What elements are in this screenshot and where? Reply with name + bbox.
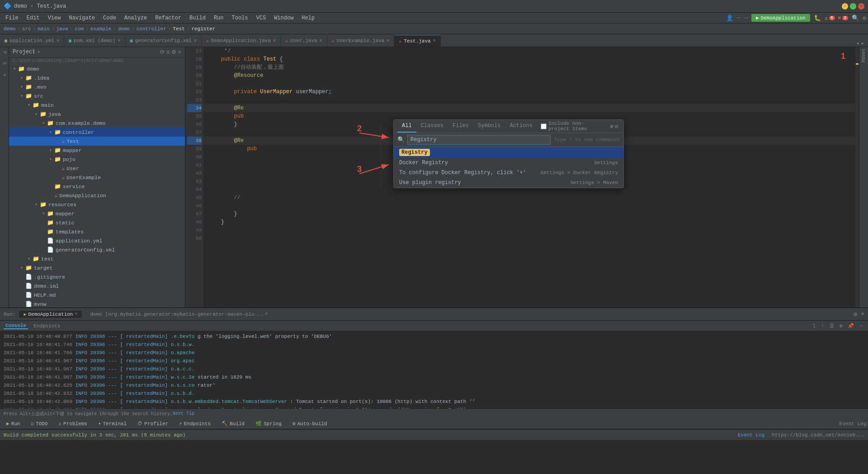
tree-item-demo[interactable]: ▾ 📁 demo [9,64,185,73]
tab-close[interactable]: × [320,38,322,43]
tree-item-generator-config[interactable]: 📄 generatorConfig.xml [9,245,185,254]
search-tab-classes[interactable]: Classes [416,120,448,133]
toolbar-icon-debug[interactable]: 🐛 [814,14,821,22]
nav-controller[interactable]: controller [137,26,166,32]
tool-btn-build[interactable]: 🔨 Build [217,420,249,427]
event-log-status[interactable]: Event Log [738,432,764,438]
close-button[interactable]: × [858,3,864,9]
menu-build[interactable]: Build [186,14,209,22]
maximize-button[interactable]: □ [850,3,856,9]
run-app-close[interactable]: × [75,312,77,317]
tree-item-resources[interactable]: ▾ 📁 resources [9,200,185,209]
toolbar-icon-settings[interactable]: ⚙ [863,14,866,22]
next-tip-link[interactable]: Next Tip [173,411,194,416]
console-btn-scroll-up[interactable]: ↑ [819,322,826,330]
tool-btn-spring[interactable]: 🌿 Spring [251,420,286,427]
nav-src[interactable]: src [22,26,31,32]
tree-item-test[interactable]: ☕ Test [9,137,185,146]
include-non-project-checkbox[interactable] [541,123,547,129]
menu-help[interactable]: Help [298,14,318,22]
tree-item-application-yml[interactable]: 📄 application.yml [9,236,185,245]
strip-icon-project[interactable]: P [1,49,8,56]
console-btn-scroll-end[interactable]: ⤵ [811,322,817,330]
tab-user-example[interactable]: ☕ UserExample.java × [327,35,395,47]
tree-item-controller[interactable]: ▾ 📁 controller [9,128,185,137]
console-btn-filter[interactable]: ☰ [828,322,836,330]
far-right-icon-1[interactable]: Maven [861,49,866,62]
toolbar-icon-back[interactable]: ← [737,14,741,21]
search-input[interactable] [407,135,551,145]
tab-close[interactable]: × [194,38,197,43]
tool-btn-problems[interactable]: ⚠ Problems [54,420,91,427]
tree-item-com-example[interactable]: ▾ 📁 com.example.demo [9,118,185,128]
tree-item-java[interactable]: ▾ 📁 java [9,109,185,118]
tab-close[interactable]: × [57,38,59,43]
minimize-button[interactable]: − [842,3,848,9]
console-tab-console[interactable]: Console [4,323,28,329]
tree-item-templates[interactable]: 📁 templates [9,227,185,236]
run-mybatis-close[interactable]: × [265,312,268,317]
nav-java[interactable]: java [56,26,68,32]
tool-btn-run[interactable]: ▶ Run [2,420,24,427]
toolbar-icon-search[interactable]: 🔍 [852,14,859,22]
tab-scroll-left[interactable]: ◂ [856,40,859,47]
console-tab-endpoints[interactable]: Endpoints [30,323,64,329]
nav-example[interactable]: example [90,26,111,32]
panel-tool-close[interactable]: × [178,49,181,55]
tree-item-idea[interactable]: ▾ 📁 .idea [9,73,185,82]
tab-scroll-right[interactable]: ▸ [861,40,864,47]
menu-vcs[interactable]: VCS [253,14,270,22]
tree-item-pojo[interactable]: ▾ 📁 pojo [9,155,185,164]
tab-close[interactable]: × [273,38,276,43]
tree-item-main[interactable]: ▾ 📁 main [9,100,185,109]
menu-navigate[interactable]: Navigate [65,14,99,22]
expand-icon[interactable]: ⊟ [615,123,618,129]
tree-item-help[interactable]: 📄 HELP.md [9,290,185,299]
console-btn-pin[interactable]: 📌 [846,322,856,330]
tree-item-target[interactable]: ▾ 📁 target [9,263,185,272]
tool-btn-auto-build[interactable]: ⚙ Auto-build [288,420,332,427]
tool-btn-profiler[interactable]: ⏱ Profiler [133,420,173,427]
nav-demo2[interactable]: demo [118,26,130,32]
run-mybatis-tab[interactable]: demo [org.mybatis.generator:mybatis-gene… [85,311,272,318]
tree-item-gitignore[interactable]: 📄 .gitignore [9,272,185,281]
nav-main[interactable]: main [38,26,49,32]
filter-icon[interactable]: ⊞ [610,123,613,129]
tree-item-mapper2[interactable]: ▾ 📁 mapper [9,209,185,218]
tool-btn-terminal[interactable]: ▪ Terminal [94,420,131,427]
panel-tool-collapse[interactable]: ≡ [166,49,170,55]
tree-item-demo-iml[interactable]: 📄 demo.iml [9,281,185,290]
tree-item-static[interactable]: 📁 static [9,218,185,227]
console-btn-settings[interactable]: ⚙ [838,322,844,330]
search-tab-symbols[interactable]: Symbols [473,120,505,133]
menu-tools[interactable]: Tools [228,14,252,22]
menu-window[interactable]: Window [270,14,297,22]
tab-generator-config[interactable]: ▣ generatorConfig.xml × [126,35,202,47]
run-button[interactable]: ▶ DemoApplication [751,14,810,22]
run-close-icon[interactable]: × [861,311,864,318]
strip-icon-favorites[interactable]: ★ [1,71,8,78]
run-settings-icon[interactable]: ⚙ [854,311,857,318]
menu-view[interactable]: View [44,14,65,22]
run-app-tab[interactable]: ▶ DemoApplication × [19,311,82,318]
tool-btn-todo[interactable]: ☑ TODO [26,420,52,427]
search-result-registry[interactable]: Registry [394,147,623,158]
tree-item-demo-app[interactable]: ☕ DemoApplication [9,191,185,200]
search-result-plugin-registry[interactable]: Use plugin registry Settings > Maven [394,178,623,188]
menu-edit[interactable]: Edit [23,14,43,22]
tab-pom-xml[interactable]: ▣ pom.xml (demo) × [64,35,125,47]
tree-item-mapper[interactable]: ▾ 📁 mapper [9,146,185,155]
tab-close[interactable]: × [118,38,121,43]
tab-application-yml[interactable]: ▣ application.yml × [0,35,64,47]
tab-close[interactable]: × [387,38,389,43]
menu-analyze[interactable]: Analyze [121,14,151,22]
tab-demo-application[interactable]: ☕ DemoApplication.java × [202,35,281,47]
menu-code[interactable]: Code [99,14,120,22]
menu-file[interactable]: File [2,14,22,22]
tree-item-mvnw[interactable]: 📄 mvnw [9,299,185,308]
notification-area[interactable]: ⚠ 5 ✖ 2 [825,14,848,22]
tab-close[interactable]: × [433,38,436,43]
tree-item-service[interactable]: 📁 service [9,182,185,191]
nav-demo[interactable]: demo [4,26,15,32]
tree-item-mvn[interactable]: ▾ 📁 .mvn [9,82,185,91]
